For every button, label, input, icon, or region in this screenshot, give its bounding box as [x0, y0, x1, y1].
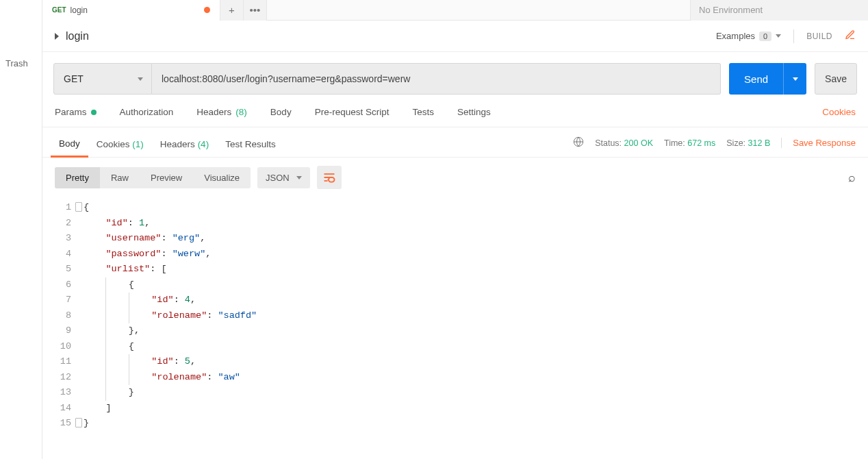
left-sidebar: Trash [0, 0, 42, 459]
size-label: Size: [726, 138, 745, 148]
resp-tab-headers[interactable]: Headers (4) [152, 135, 217, 156]
code-line: 14 ] [42, 401, 868, 417]
environment-label: No Environment [699, 5, 763, 15]
code-line: 13 } [42, 385, 868, 401]
tab-label: Params [55, 107, 87, 117]
status-label: Status: [595, 138, 622, 148]
method-value: GET [64, 73, 84, 84]
unsaved-dot-icon [204, 7, 210, 13]
code-line: 8 "rolename": "sadfd" [42, 308, 868, 324]
code-line: 1{ [42, 200, 868, 216]
send-dropdown[interactable] [783, 63, 806, 95]
divider [793, 29, 794, 43]
tab-label: Headers [196, 107, 231, 117]
request-subtabs: Params Authorization Headers (8) Body Pr… [42, 95, 868, 127]
code-line: 9 }, [42, 323, 868, 339]
tabbar: GET login + ••• No Environment [42, 0, 868, 21]
edit-icon[interactable] [845, 29, 856, 42]
view-visualize[interactable]: Visualize [193, 167, 251, 188]
status-value: 200 OK [624, 138, 653, 148]
wrap-lines-button[interactable] [317, 166, 342, 189]
time-value: 672 ms [687, 138, 715, 148]
cookies-link[interactable]: Cookies [822, 107, 856, 127]
tab-label: Cookies [97, 139, 130, 149]
code-line: 12 "rolename": "aw" [42, 370, 868, 386]
view-preview[interactable]: Preview [140, 167, 193, 188]
chevron-down-icon [138, 77, 143, 81]
caret-right-icon[interactable] [55, 33, 59, 40]
send-label: Send [729, 73, 783, 85]
tab-count: (1) [132, 139, 144, 149]
save-label: Save [825, 73, 847, 84]
trash-link[interactable]: Trash [0, 58, 42, 69]
code-line: 4 "password": "werw", [42, 247, 868, 262]
url-row: GET Send Save [42, 52, 868, 95]
status-block: Status: 200 OK [595, 138, 653, 148]
code-line: 3 "username": "erg", [42, 231, 868, 247]
main-area: GET login + ••• No Environment login Exa… [42, 0, 868, 459]
format-row: Pretty Raw Preview Visualize JSON ⌕ [42, 158, 868, 197]
tab-body[interactable]: Body [270, 107, 292, 127]
resp-tab-testresults[interactable]: Test Results [217, 135, 284, 156]
tab-params[interactable]: Params [55, 107, 97, 127]
code-line: 7 "id": 4, [42, 293, 868, 308]
resp-tab-cookies[interactable]: Cookies (1) [88, 135, 152, 156]
new-tab-button[interactable]: + [220, 0, 244, 21]
tab-method-label: GET [52, 6, 66, 14]
method-select[interactable]: GET [53, 63, 152, 95]
tab-tests[interactable]: Tests [412, 107, 434, 127]
response-meta: Status: 200 OK Time: 672 ms Size: 312 B … [573, 136, 856, 155]
view-mode-group: Pretty Raw Preview Visualize [55, 167, 251, 188]
send-button[interactable]: Send [729, 63, 806, 95]
tab-overflow-button[interactable]: ••• [244, 0, 267, 21]
chevron-down-icon [776, 34, 781, 38]
resp-tab-body[interactable]: Body [51, 134, 88, 158]
code-line: 11 "id": 5, [42, 354, 868, 370]
environment-select[interactable]: No Environment [690, 0, 868, 21]
save-button[interactable]: Save [815, 63, 857, 95]
globe-icon[interactable] [573, 136, 584, 149]
examples-dropdown[interactable]: Examples 0 [716, 31, 781, 41]
chevron-down-icon [296, 176, 302, 179]
tab-label: Headers [160, 139, 195, 149]
request-titlebar: login Examples 0 BUILD [42, 21, 868, 52]
time-block: Time: 672 ms [664, 138, 715, 148]
request-tab[interactable]: GET login [42, 0, 220, 21]
chevron-down-icon [793, 77, 798, 81]
code-line: 15} [42, 416, 868, 432]
build-link[interactable]: BUILD [806, 32, 832, 41]
code-line: 5 "urlist": [ [42, 262, 868, 277]
size-value: 312 B [748, 138, 771, 148]
tab-prerequest[interactable]: Pre-request Script [315, 107, 390, 127]
language-label: JSON [266, 173, 290, 183]
tab-title: login [71, 5, 88, 15]
examples-label: Examples [716, 31, 755, 41]
tab-headers[interactable]: Headers (8) [196, 107, 247, 127]
size-block: Size: 312 B [726, 138, 770, 148]
tab-settings[interactable]: Settings [457, 107, 491, 127]
search-icon[interactable]: ⌕ [848, 171, 856, 185]
tab-count: (8) [235, 107, 247, 117]
time-label: Time: [664, 138, 685, 148]
dot-icon [91, 110, 97, 115]
language-select[interactable]: JSON [257, 167, 310, 188]
save-response-button[interactable]: Save Response [781, 138, 856, 148]
view-raw[interactable]: Raw [100, 167, 140, 188]
code-line: 2 "id": 1, [42, 216, 868, 232]
url-input[interactable] [152, 63, 721, 95]
response-tabs: Body Cookies (1) Headers (4) Test Result… [42, 127, 868, 158]
examples-count: 0 [759, 32, 771, 41]
request-name: login [66, 30, 89, 42]
tab-authorization[interactable]: Authorization [120, 107, 174, 127]
code-line: 6 { [42, 277, 868, 293]
code-line: 10 { [42, 339, 868, 355]
tab-count: (4) [198, 139, 209, 149]
response-body-viewer[interactable]: 1{2 "id": 1,3 "username": "erg",4 "passw… [42, 197, 868, 432]
view-pretty[interactable]: Pretty [55, 167, 100, 188]
